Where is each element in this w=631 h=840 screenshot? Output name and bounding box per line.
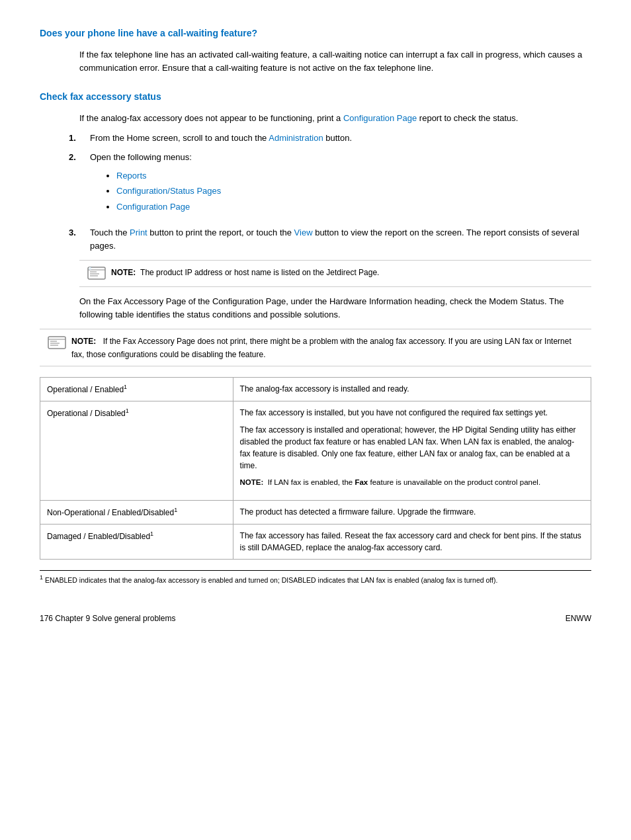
step-2-text: Open the following menus: Reports Config… [90, 151, 221, 220]
submenu-list: Reports Configuration/Status Pages Confi… [116, 169, 221, 214]
heading-call-waiting: Does your phone line have a call-waiting… [40, 26, 591, 40]
submenu-item-reports: Reports [116, 169, 221, 183]
footnote-number: 1 [40, 574, 43, 581]
note-2-text: If the Fax Accessory Page does not print… [71, 337, 571, 359]
footnote: 1 ENABLED indicates that the analog-fax … [40, 570, 591, 585]
note-icon-2 [48, 336, 66, 351]
submenu-item-config-page: Configuration Page [116, 200, 221, 214]
note-icon-1: 📄 [87, 267, 106, 281]
note-box-jetdirect: 📄 NOTE: The product IP address or host n… [79, 260, 591, 287]
status-operational-enabled: Operational / Enabled1 [40, 378, 233, 401]
page-footer: 176 Chapter 9 Solve general problems ENW… [40, 612, 591, 624]
note-2-label: NOTE: [71, 337, 96, 346]
note-1-content: NOTE: The product IP address or host nam… [111, 266, 379, 279]
section-fax-accessory: Check fax accessory status If the analog… [40, 90, 591, 586]
desc-non-operational: The product has detected a firmware fail… [233, 501, 591, 525]
footnote-text: ENABLED indicates that the analog-fax ac… [45, 576, 497, 584]
footer-left: 176 Chapter 9 Solve general problems [40, 612, 175, 624]
link-config-page[interactable]: Configuration Page [116, 202, 190, 212]
step-3-text: Touch the Print button to print the repo… [90, 226, 591, 252]
inline-note-lan-fax: NOTE: If LAN fax is enabled, the Fax fea… [240, 477, 584, 488]
status-non-operational: Non-Operational / Enabled/Disabled1 [40, 501, 233, 525]
step-1: 1. From the Home screen, scroll to and t… [66, 132, 591, 145]
step-2-number: 2. [69, 151, 82, 220]
submenu-item-config-status: Configuration/Status Pages [116, 185, 221, 198]
section-call-waiting: Does your phone line have a call-waiting… [40, 26, 591, 74]
note-1-label: NOTE: [111, 268, 136, 277]
step-3: 3. Touch the Print button to print the r… [66, 226, 591, 252]
note-2-content: NOTE: If the Fax Accessory Page does not… [71, 335, 583, 360]
link-view[interactable]: View [294, 228, 313, 237]
table-row-4: Damaged / Enabled/Disabled1 The fax acce… [40, 525, 591, 560]
link-administration[interactable]: Administration [269, 133, 323, 143]
desc-operational-disabled: The fax accessory is installed, but you … [233, 401, 591, 501]
link-reports[interactable]: Reports [116, 171, 147, 181]
note-1-text: The product IP address or host name is l… [138, 268, 379, 277]
link-print[interactable]: Print [130, 228, 147, 237]
status-damaged: Damaged / Enabled/Disabled1 [40, 525, 233, 560]
link-configuration-page-intro[interactable]: Configuration Page [343, 113, 417, 123]
steps-list: 1. From the Home screen, scroll to and t… [66, 132, 591, 253]
heading-fax-accessory: Check fax accessory status [40, 90, 591, 104]
link-config-status-pages[interactable]: Configuration/Status Pages [116, 186, 221, 196]
para-fax-intro-before: If the analog-fax accessory does not app… [79, 113, 343, 123]
desc-damaged: The fax accessory has failed. Reseat the… [233, 525, 591, 560]
svg-rect-6 [48, 337, 65, 349]
step-2: 2. Open the following menus: Reports Con… [66, 151, 591, 220]
table-row-3: Non-Operational / Enabled/Disabled1 The … [40, 501, 591, 525]
para-fax-intro: If the analog-fax accessory does not app… [79, 112, 591, 125]
table-row-2: Operational / Disabled1 The fax accessor… [40, 401, 591, 501]
step-3-number: 3. [69, 226, 82, 252]
para-fax-intro-after: report to check the status. [417, 113, 518, 123]
status-operational-disabled: Operational / Disabled1 [40, 401, 233, 501]
step-1-number: 1. [69, 132, 82, 145]
desc-operational-enabled: The analog-fax accessory is installed an… [233, 378, 591, 401]
para-call-waiting: If the fax telephone line has an activat… [79, 48, 591, 74]
footer-right: ENWW [566, 612, 591, 624]
note-box-fax-accessory: NOTE: If the Fax Accessory Page does not… [40, 329, 591, 366]
status-table: Operational / Enabled1 The analog-fax ac… [40, 377, 591, 560]
step-1-text: From the Home screen, scroll to and touc… [90, 132, 352, 145]
table-row-1: Operational / Enabled1 The analog-fax ac… [40, 378, 591, 401]
para-fax-accessory-page: On the Fax Accessory Page of the Configu… [79, 295, 591, 321]
